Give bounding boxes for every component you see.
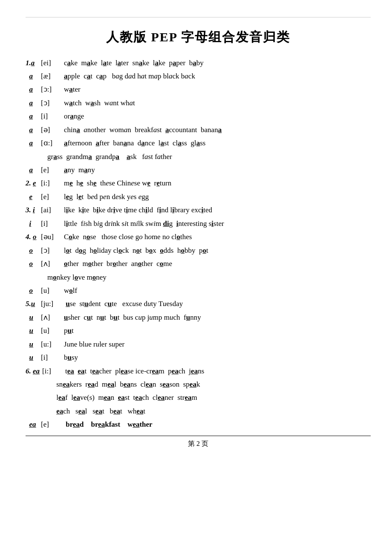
num-1a4: a — [26, 96, 38, 110]
row-4o-lambda: o [ʌ] other mother brother another come — [26, 257, 371, 270]
row-4o-o: o [ɔ] lot dog holiday clock not box odds… — [26, 244, 371, 257]
page-number: 第 2 页 — [188, 440, 208, 447]
words-1a-ah: afternoon after banana dance last class … — [64, 136, 371, 150]
row-1a-ah: a [ɑ:] afternoon after banana dance last… — [26, 136, 371, 150]
words-4o-o: lot dog holiday clock not box odds hobby… — [64, 244, 371, 257]
words-1a-o: watch wash want what — [64, 96, 371, 110]
ipa-o-long: [ɔ:] — [41, 83, 61, 96]
num-5u3: u — [26, 324, 38, 337]
row-1a-schwa: a [ə] china another woman breakfast acco… — [26, 123, 371, 136]
num-1a7: a — [26, 136, 38, 150]
row-5u-u: u [u] put — [26, 324, 371, 337]
page-title: 人教版 PEP 字母组合发音归类 — [26, 26, 371, 49]
ipa-ii: [i:] — [41, 176, 61, 190]
num-4o2: o — [26, 244, 38, 257]
num-3i2: i — [26, 217, 38, 230]
row-6ea-e: ea [e] bread breakfast weather — [26, 418, 371, 431]
words-5u-lambda: usher cut nut but bus cup jump much funn… — [64, 311, 371, 324]
words-6ea-e: bread breakfast weather — [64, 418, 371, 431]
num-2: 2. e — [26, 176, 38, 190]
words-5u-u: put — [64, 324, 371, 337]
num-4: 4. o — [26, 230, 38, 243]
words-6ea-ii-4: each seal seat beat wheat — [46, 405, 371, 418]
words-4o-lambda: other mother brother another come — [64, 257, 371, 270]
num-4o4: o — [26, 284, 38, 297]
row-1a-ah-2: grass grandma grandpa ask fast father — [26, 150, 371, 163]
page-footer: 第 2 页 — [26, 436, 371, 450]
num-6ea-4 — [26, 405, 46, 418]
num-5u2: u — [26, 311, 38, 324]
num-3: 3. i — [26, 203, 38, 217]
num-1a7b — [26, 150, 40, 163]
ipa-e3: [e] — [41, 418, 61, 431]
words-1a-i: orange — [64, 110, 371, 123]
num-4o3b — [26, 271, 40, 284]
row-5u-uu: u [u:] June blue ruler super — [26, 338, 371, 351]
ipa-e: [e] — [41, 163, 61, 176]
row-4o-u: o [u] wolf — [26, 284, 371, 297]
ipa-o: [ɔ] — [41, 96, 61, 110]
num-6ea-2 — [26, 378, 46, 391]
num-5u5: u — [26, 351, 38, 364]
row-3i-ai: 3. i [ai] like kite bike drive time chil… — [26, 203, 371, 217]
words-6ea-ii: tea eat teacher please ice-cream peach j… — [65, 364, 371, 378]
words-1a-o-long: water — [64, 83, 371, 96]
row-1a-ae: a [æ] apple cat cap bag dad hat map blac… — [26, 69, 371, 83]
words-6ea-ii-3: leaf leave(s) mean east teach cleaner st… — [46, 391, 371, 404]
num-5: 5.u — [26, 297, 38, 310]
ipa-schwa: [ə] — [41, 123, 61, 136]
ipa-ei: [ei] — [41, 56, 61, 69]
words-5u-i: busy — [64, 351, 371, 364]
num-6: 6. ea — [26, 364, 40, 378]
row-5u-i: u [i] busy — [26, 351, 371, 364]
words-5u-juu: use student cute excuse duty Tuesday — [64, 297, 371, 310]
words-3i-ai: like kite bike drive time child find lib… — [64, 203, 371, 217]
words-4o-ou: Coke nose those close go home no clothes — [64, 230, 371, 243]
words-6ea-ii-2: sneakers read meal beans clean season sp… — [46, 378, 371, 391]
row-4o-ou: 4. o [əu] Coke nose those close go home … — [26, 230, 371, 243]
row-2e-e: e [e] leg let bed pen desk yes egg — [26, 190, 371, 203]
num-1a5: a — [26, 110, 38, 123]
words-1a-e: any many — [64, 163, 371, 176]
ipa-ah: [ɑ:] — [41, 136, 61, 150]
words-5u-uu: June blue ruler super — [64, 338, 371, 351]
top-border — [26, 17, 371, 17]
row-5u-lambda: u [ʌ] usher cut nut but bus cup jump muc… — [26, 311, 371, 324]
ipa-o2: [ɔ] — [41, 244, 61, 257]
num-1a3: a — [26, 83, 38, 96]
row-1a-ei: 1.a [ei] cake make late later snake lake… — [26, 56, 371, 69]
num-1a8: a — [26, 163, 38, 176]
row-1a-e: a [e] any many — [26, 163, 371, 176]
row-6ea-ii-3: leaf leave(s) mean east teach cleaner st… — [26, 391, 371, 404]
row-5u-juu: 5.u [ju:] use student cute excuse duty T… — [26, 297, 371, 310]
num-4o3: o — [26, 257, 38, 270]
ipa-u: [u] — [41, 284, 61, 297]
ipa-e2: [e] — [41, 190, 61, 203]
ipa-i2: [i] — [41, 217, 61, 230]
num-5u4: u — [26, 338, 38, 351]
words-2e-e: leg let bed pen desk yes egg — [64, 190, 371, 203]
row-3i-i: i [i] little fish big drink sit milk swi… — [26, 217, 371, 230]
ipa-ou: [əu] — [41, 230, 61, 243]
num-1a2: a — [26, 69, 38, 83]
row-6ea-ii: 6. ea [i:] tea eat teacher please ice-cr… — [26, 364, 371, 378]
words-1a-ae: apple cat cap bag dad hat map black back — [64, 69, 371, 83]
words-4o-lambda-2: monkey love money — [40, 271, 371, 284]
num-6ea-3 — [26, 391, 46, 404]
ipa-juu: [ju:] — [41, 297, 61, 310]
ipa-ae: [æ] — [41, 69, 61, 83]
row-4o-lambda-2: monkey love money — [26, 271, 371, 284]
num-1a6: a — [26, 123, 38, 136]
ipa-uu: [u:] — [41, 338, 61, 351]
words-1a-ei: cake make late later snake lake paper ba… — [64, 56, 371, 69]
row-6ea-ii-2: sneakers read meal beans clean season sp… — [26, 378, 371, 391]
ipa-lambda2: [ʌ] — [41, 311, 61, 324]
row-6ea-ii-4: each seal seat beat wheat — [26, 405, 371, 418]
words-2e-ii: me he she these Chinese we return — [64, 176, 371, 190]
row-1a-o-long: a [ɔ:] water — [26, 83, 371, 96]
row-1a-i: a [i] orange — [26, 110, 371, 123]
row-1a-o: a [ɔ] watch wash want what — [26, 96, 371, 110]
num-6ea5: ea — [26, 418, 38, 431]
ipa-i3: [i] — [41, 351, 61, 364]
num-1: 1.a — [26, 56, 38, 69]
